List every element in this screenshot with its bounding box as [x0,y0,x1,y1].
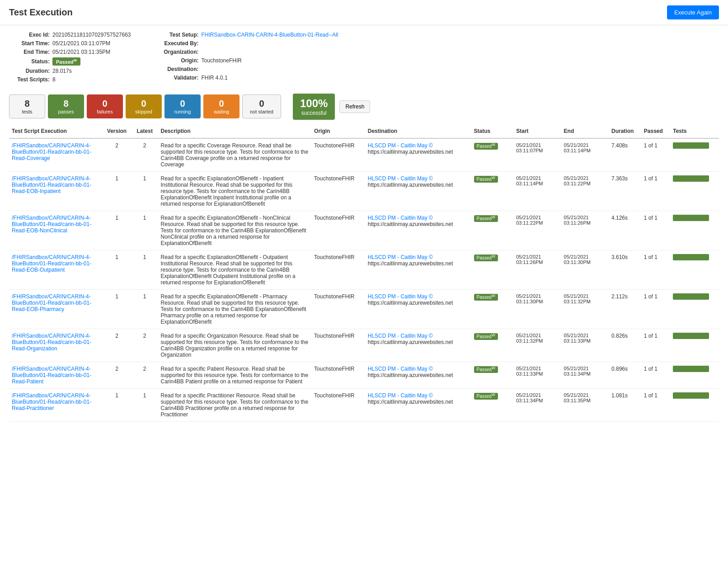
script-link[interactable]: /FHIRSandbox/CARIN/CARIN-4-BlueButton/01… [12,142,91,161]
stat-passes: 8 passes [48,94,84,118]
col-header-end: End [561,124,609,138]
status-cell: PassedW [471,362,514,388]
destination-cell: HLSCD PM - Caitlin May © https://caitlin… [365,388,471,421]
status-cell: PassedW [471,138,514,172]
stat-not-started: 0 not started [242,94,281,118]
status-cell: PassedW [471,329,514,362]
duration-cell: 7.408s [609,138,641,172]
status-row: Status: PassedW [9,57,131,66]
status-cell: PassedW [471,388,514,421]
origin-cell: TouchstoneFHIR [311,289,365,329]
destination-link[interactable]: HLSCD PM - Caitlin May © [368,293,433,300]
destination-link[interactable]: HLSCD PM - Caitlin May © [368,366,433,372]
duration-cell: 1.081s [609,388,641,421]
script-link[interactable]: /FHIRSandbox/CARIN/CARIN-4-BlueButton/01… [12,366,91,385]
passed-cell: 1 of 1 [641,138,670,172]
script-link[interactable]: /FHIRSandbox/CARIN/CARIN-4-BlueButton/01… [12,254,91,273]
destination-url: https://caitlinmay.azurewebsites.net [368,182,453,188]
origin-cell: TouchstoneFHIR [311,171,365,211]
stat-skipped: 0 skipped [126,94,162,118]
start-time-value: 05/21/2021 03:11:07PM [52,40,110,47]
col-header-tests: Tests [670,124,719,138]
end-time-value: 05/21/2021 03:11:35PM [52,49,110,55]
meta-section: Exec Id: 20210521181107029757527663 Star… [0,25,728,89]
origin-label: Origin: [158,57,199,64]
col-header-passed: Passed [641,124,670,138]
start-cell: 05/21/202103:11:30PM [513,289,561,329]
status-cell: PassedW [471,171,514,211]
latest-cell: 2 [132,329,158,362]
destination-link[interactable]: HLSCD PM - Caitlin May © [368,175,433,182]
start-cell: 05/21/202103:11:07PM [513,138,561,172]
end-cell: 05/21/202103:11:35PM [561,388,609,421]
duration-cell: 7.363s [609,171,641,211]
duration-cell: 3.610s [609,250,641,289]
passes-label: passes [58,109,74,114]
destination-link[interactable]: HLSCD PM - Caitlin May © [368,333,433,339]
end-time-row: End Time: 05/21/2021 03:11:35PM [9,49,131,55]
test-scripts-row: Test Scripts: 8 [9,76,131,83]
destination-cell: HLSCD PM - Caitlin May © https://caitlin… [365,138,471,172]
description-cell: Read for a specific ExplanationOfBenefit… [158,289,311,329]
description-cell: Read for a specific ExplanationOfBenefit… [158,211,311,250]
tests-cell [670,329,719,362]
script-link[interactable]: /FHIRSandbox/CARIN/CARIN-4-BlueButton/01… [12,333,91,352]
row-status-badge: PassedW [474,143,498,150]
destination-cell: HLSCD PM - Caitlin May © https://caitlin… [365,250,471,289]
row-status-badge: PassedW [474,366,498,373]
failures-number: 0 [102,99,107,109]
description-cell: Read for a specific ExplanationOfBenefit… [158,250,311,289]
row-status-badge: PassedW [474,255,498,261]
destination-link[interactable]: HLSCD PM - Caitlin May © [368,254,433,260]
script-link[interactable]: /FHIRSandbox/CARIN/CARIN-4-BlueButton/01… [12,215,91,234]
version-cell: 1 [102,250,132,289]
progress-bar-container [673,293,709,300]
duration-cell: 4.126s [609,211,641,250]
description-cell: Read for a specific Organization Resourc… [158,329,311,362]
start-cell: 05/21/202103:11:14PM [513,171,561,211]
waiting-label: waiting [214,109,229,114]
not-started-number: 0 [259,99,264,109]
running-number: 0 [180,99,185,109]
destination-url: https://caitlinmay.azurewebsites.net [368,339,453,345]
version-cell: 1 [102,289,132,329]
validator-row: Validator: FHIR 4.0.1 [158,75,338,81]
end-cell: 05/21/202103:11:26PM [561,211,609,250]
row-status-badge: PassedW [474,215,498,222]
status-label: Status: [9,58,50,65]
destination-link[interactable]: HLSCD PM - Caitlin May © [368,142,433,149]
col-header-duration: Duration [609,124,641,138]
start-time-row: Start Time: 05/21/2021 03:11:07PM [9,40,131,47]
version-cell: 2 [102,329,132,362]
refresh-button[interactable]: Refresh [339,100,370,113]
waiting-number: 0 [219,99,224,109]
test-setup-link[interactable]: FHIRSandbox-CARIN-CARIN-4-BlueButton-01-… [202,32,338,38]
script-link[interactable]: /FHIRSandbox/CARIN/CARIN-4-BlueButton/01… [12,392,91,411]
script-link[interactable]: /FHIRSandbox/CARIN/CARIN-4-BlueButton/01… [12,175,91,194]
destination-row: Destination: [158,66,338,72]
duration-row: Duration: 28.017s [9,68,131,74]
start-cell: 05/21/202103:11:22PM [513,211,561,250]
latest-cell: 1 [132,211,158,250]
destination-label: Destination: [158,66,199,72]
progress-bar-container [673,254,709,260]
destination-url: https://caitlinmay.azurewebsites.net [368,221,453,227]
stat-total: 8 tests [9,94,45,118]
table-row: /FHIRSandbox/CARIN/CARIN-4-BlueButton/01… [9,138,719,172]
table-body: /FHIRSandbox/CARIN/CARIN-4-BlueButton/01… [9,138,719,422]
tests-cell [670,250,719,289]
script-link[interactable]: /FHIRSandbox/CARIN/CARIN-4-BlueButton/01… [12,293,91,312]
passed-cell: 1 of 1 [641,250,670,289]
version-cell: 1 [102,211,132,250]
progress-bar-container [673,142,709,149]
version-cell: 1 [102,388,132,421]
progress-bar-container [673,392,709,399]
execute-again-button[interactable]: Execute Again [667,5,719,19]
success-pct-box: 100% successful [293,94,335,120]
version-cell: 2 [102,138,132,172]
destination-link[interactable]: HLSCD PM - Caitlin May © [368,215,433,221]
start-cell: 05/21/202103:11:33PM [513,362,561,388]
passed-cell: 1 of 1 [641,289,670,329]
destination-link[interactable]: HLSCD PM - Caitlin May © [368,392,433,399]
success-box: 100% successful Refresh [293,94,370,120]
